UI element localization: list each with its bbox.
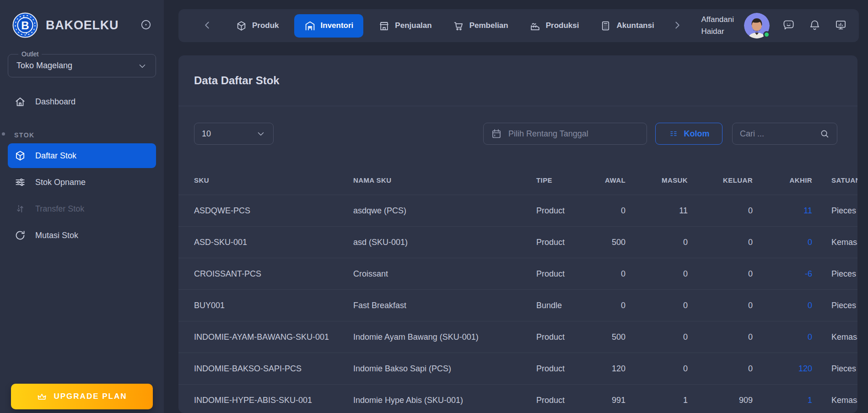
upgrade-plan-button[interactable]: UPGRADE PLAN [11, 384, 153, 409]
top-navbar: ProdukInventoriPenjualanPembelianProduks… [178, 9, 859, 42]
cell-masuk: 0 [625, 269, 688, 279]
cell-nama: asdqwe (PCS) [353, 206, 521, 216]
cube-icon [236, 20, 247, 32]
cell-masuk: 0 [625, 364, 688, 374]
sliders-icon [14, 176, 26, 188]
cell-tipe: Product [521, 364, 590, 374]
cell-nama: Fast Breakfast [353, 301, 521, 310]
sidebar-item-label: Transfer Stok [35, 204, 84, 214]
home-icon [14, 96, 26, 108]
cell-satuan: Pieces [812, 269, 857, 279]
tab-akuntansi[interactable]: Akuntansi [598, 14, 656, 38]
sidebar-collapse-toggle[interactable] [140, 19, 152, 32]
cell-akhir: 0 [753, 301, 812, 310]
date-range-picker[interactable] [483, 123, 647, 145]
outlet-label: Outlet [18, 50, 42, 58]
calendar-icon [491, 128, 502, 139]
tab-label: Produksi [546, 21, 579, 30]
cell-sku: INDOMIE-BAKSO-SAPI-PCS [178, 364, 353, 374]
nav-scroll-right-button[interactable] [671, 19, 683, 33]
tab-label: Penjualan [395, 21, 431, 30]
tab-inventori[interactable]: Inventori [294, 14, 364, 38]
cell-keluar: 0 [688, 301, 753, 310]
cell-keluar: 0 [688, 332, 753, 342]
cell-awal: 0 [590, 301, 625, 310]
page-size-value: 10 [202, 129, 211, 139]
kolom-button[interactable]: Kolom [655, 123, 722, 145]
cell-tipe: Product [521, 269, 590, 279]
page-size-select[interactable]: 10 [194, 123, 274, 145]
cell-sku: INDOMIE-AYAM-BAWANG-SKU-001 [178, 332, 353, 342]
store-icon [378, 20, 390, 32]
date-range-input[interactable] [508, 129, 639, 139]
table-row[interactable]: CROISSANT-PCSCroissantProduct000-6Pieces [178, 258, 857, 289]
chat-smiley-icon [782, 19, 795, 31]
cell-keluar: 0 [688, 364, 753, 374]
cell-nama: Indomie Ayam Bawang (SKU-001) [353, 332, 521, 342]
cell-akhir: 0 [753, 332, 812, 342]
cell-masuk: 0 [625, 238, 688, 247]
cell-satuan: Kemasan [812, 332, 857, 342]
user-avatar[interactable] [744, 13, 770, 38]
column-header-sku: SKU [178, 176, 353, 184]
sidebar-section-stok: STOK [14, 131, 164, 139]
cell-akhir: 11 [753, 206, 812, 216]
tab-produksi[interactable]: Produksi [528, 14, 581, 38]
cell-keluar: 0 [688, 206, 753, 216]
cell-satuan: Kemasan [812, 238, 857, 247]
cell-tipe: Bundle [521, 301, 590, 310]
cell-keluar: 0 [688, 238, 753, 247]
sidebar-item-dashboard[interactable]: Dashboard [8, 89, 156, 114]
calculator-icon [600, 20, 611, 32]
section-bullet [2, 132, 5, 136]
user-name: Affandani Haidar [701, 14, 734, 38]
upgrade-plan-label: UPGRADE PLAN [54, 392, 127, 401]
outlet-value: Toko Magelang [16, 61, 72, 71]
table-row[interactable]: INDOMIE-AYAM-BAWANG-SKU-001Indomie Ayam … [178, 321, 857, 353]
search-input[interactable] [740, 129, 815, 139]
column-header-akhir: AKHIR [753, 176, 812, 184]
cell-satuan: Pieces [812, 364, 857, 374]
cell-satuan: Pieces [812, 206, 857, 216]
nav-scroll-left-button[interactable] [201, 19, 213, 33]
monitor-icon [835, 19, 847, 31]
cell-masuk: 1 [625, 396, 688, 405]
cell-awal: 500 [590, 332, 625, 342]
cell-nama: Indomie Bakso Sapi (PCS) [353, 364, 521, 374]
sidebar-stok-group: Daftar StokStok OpnameTransfer StokMutas… [0, 143, 164, 248]
cell-masuk: 0 [625, 301, 688, 310]
table-row[interactable]: INDOMIE-BAKSO-SAPI-PCSIndomie Bakso Sapi… [178, 353, 857, 384]
chevron-right-icon [671, 19, 683, 31]
sidebar: B BAKOELKU Outlet Toko Magelang Dashboar… [0, 0, 164, 413]
tab-label: Akuntansi [616, 21, 654, 30]
table-row[interactable]: ASD-SKU-001asd (SKU-001)Product500000Kem… [178, 226, 857, 258]
table-row[interactable]: BUY001Fast BreakfastBundle0000Pieces [178, 289, 857, 321]
notifications-button[interactable] [809, 19, 821, 33]
cell-akhir: 120 [753, 364, 812, 374]
cell-masuk: 11 [625, 206, 688, 216]
cell-tipe: Product [521, 332, 590, 342]
sidebar-item-label: Daftar Stok [35, 151, 76, 161]
table-row[interactable]: INDOMIE-HYPE-ABIS-SKU-001Indomie Hype Ab… [178, 384, 857, 413]
search-box [732, 123, 837, 145]
brand-row: B BAKOELKU [0, 0, 164, 38]
cell-masuk: 0 [625, 332, 688, 342]
sidebar-item-daftar-stok[interactable]: Daftar Stok [8, 143, 156, 168]
sidebar-item-mutasi-stok[interactable]: Mutasi Stok [8, 223, 156, 248]
messages-button[interactable] [782, 19, 795, 33]
daftar-stok-card: Data Daftar Stok 10 Kolom SK [178, 55, 857, 413]
cell-sku: BUY001 [178, 301, 353, 310]
cell-akhir: 0 [753, 238, 812, 247]
sidebar-item-label: Mutasi Stok [35, 231, 78, 240]
columns-icon [669, 129, 679, 139]
display-button[interactable] [835, 19, 847, 33]
table-row[interactable]: ASDQWE-PCSasdqwe (PCS)Product011011Piece… [178, 195, 857, 226]
sidebar-item-stok-opname[interactable]: Stok Opname [8, 170, 156, 195]
tab-produk[interactable]: Produk [234, 14, 281, 38]
bakoelku-logo-icon: B [12, 12, 38, 38]
tab-pembelian[interactable]: Pembelian [451, 14, 510, 38]
outlet-select[interactable]: Outlet Toko Magelang [8, 54, 156, 77]
brand-name: BAKOELKU [46, 18, 119, 33]
tab-penjualan[interactable]: Penjualan [377, 14, 433, 38]
sidebar-item-transfer-stok[interactable]: Transfer Stok [8, 196, 156, 221]
